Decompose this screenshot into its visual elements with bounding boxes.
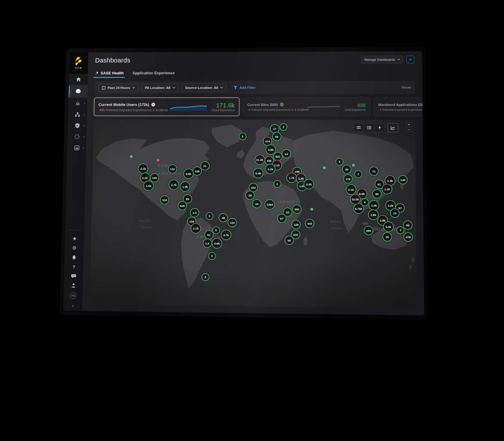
map-cluster[interactable]: 48 (218, 213, 228, 222)
map-cluster[interactable]: 21 (200, 161, 209, 171)
map-cluster[interactable]: 831 (273, 152, 283, 161)
map-cluster[interactable]: 1.7k (286, 172, 297, 183)
map-chart-view-button[interactable] (388, 123, 399, 132)
add-dashboard-button[interactable]: + (406, 56, 414, 63)
map-cluster[interactable]: 3 (239, 132, 246, 140)
kpi-card-sites[interactable]: Current Sites (500) i 4 Potential Degrad… (243, 98, 370, 116)
map-cluster[interactable]: 9 (336, 158, 344, 166)
map-cluster[interactable]: 136 (192, 166, 202, 176)
map-cluster[interactable]: 1364 (264, 199, 275, 210)
map-cluster[interactable]: 25 (383, 232, 392, 242)
map-cluster[interactable]: 549 (178, 201, 187, 210)
map-cluster[interactable]: 2 (354, 170, 362, 178)
add-filter-button[interactable]: Add Filter (234, 86, 255, 90)
map-users-layer-button[interactable] (353, 123, 364, 132)
map-cluster[interactable]: 2.1k (346, 184, 356, 195)
sidebar-item-dashboards[interactable] (69, 85, 87, 98)
map-cluster[interactable]: 90 (372, 189, 382, 198)
map-cluster[interactable]: 1.5k (369, 200, 380, 211)
avatar[interactable]: TS (70, 292, 76, 299)
map-cluster[interactable]: 2.7k (191, 223, 201, 233)
map-cluster[interactable]: 2 (273, 180, 281, 188)
manage-dashboards-button[interactable]: Manage Dashboards (361, 56, 403, 63)
map-cluster[interactable]: 149 (291, 220, 301, 229)
settings-gear-icon[interactable]: ⚙ (72, 246, 76, 251)
map-cluster[interactable]: 1.1k (382, 184, 393, 194)
map-cluster[interactable]: 485 (364, 226, 373, 235)
map-cluster[interactable]: 24 (252, 199, 261, 208)
map-cluster[interactable]: 2 (396, 226, 405, 234)
sidebar-item-incidents[interactable]: › (68, 98, 87, 109)
map-cluster[interactable]: 132 (168, 164, 177, 174)
chat-icon[interactable] (71, 274, 76, 278)
map-cluster[interactable]: 4.6k (212, 238, 222, 249)
zoom-out-button[interactable]: − (406, 127, 412, 132)
kpi-card-applications[interactable]: Monitored Applications (18) i 3 Potentia… (374, 98, 424, 116)
map-cluster[interactable]: 28 (245, 191, 255, 200)
reset-button[interactable]: Reset (402, 86, 411, 89)
map-cluster[interactable]: 1.6k (143, 181, 154, 191)
map-cluster[interactable]: 8 (202, 273, 209, 281)
kpi-card-mobile-users[interactable]: Current Mobile Users (172k) i 400 Potent… (94, 98, 239, 116)
pa-location-dropdown[interactable]: PA Location: All (141, 84, 179, 92)
map-cluster[interactable]: 5 (208, 252, 216, 260)
zoom-in-button[interactable]: + (406, 122, 412, 127)
map-cluster[interactable]: 376 (343, 174, 353, 184)
info-icon[interactable]: i (280, 103, 284, 107)
map-cluster[interactable]: 1.4 (203, 239, 212, 248)
map-cluster[interactable]: 72 (369, 166, 379, 176)
world-map[interactable]: NORTHAMERICASOUTHAMERICAAFRICAASIAOCEANI… (90, 119, 417, 308)
map-cluster[interactable]: 95 (342, 164, 351, 174)
map-location-dot[interactable] (352, 164, 355, 166)
tab-application-experience[interactable]: Application Experience (132, 71, 175, 78)
sidebar-collapse-icon[interactable]: › (72, 303, 74, 308)
map-cluster[interactable]: 1.1k (265, 164, 276, 174)
map-cluster[interactable]: 6.75k (353, 203, 364, 214)
map-cluster[interactable]: 5.4k (253, 168, 264, 178)
map-cluster[interactable]: 6 (212, 226, 220, 234)
map-cluster[interactable]: 2.3 (190, 208, 199, 217)
source-location-dropdown[interactable]: Source Location: All (182, 84, 226, 92)
map-cluster[interactable]: 45 (284, 236, 294, 245)
map-cluster[interactable]: 13 (390, 208, 400, 218)
time-range-dropdown[interactable]: Past 24 Hours (99, 84, 139, 92)
user-icon[interactable] (71, 283, 76, 288)
map-location-dot[interactable] (130, 155, 133, 158)
map-location-dot[interactable] (310, 208, 313, 211)
map-bolt-layer-button[interactable] (374, 123, 385, 132)
sidebar-item-workflows[interactable]: › (68, 131, 87, 142)
map-location-dot[interactable] (157, 159, 159, 162)
map-cluster[interactable]: 8.6k (183, 169, 194, 179)
sidebar-item-network[interactable]: › (68, 109, 87, 120)
map-cluster[interactable]: 1.3k (180, 181, 190, 192)
sidebar-item-security[interactable]: › (68, 120, 87, 131)
map-list-view-button[interactable] (364, 123, 374, 132)
map-cluster[interactable]: 14 (282, 149, 291, 158)
map-cluster[interactable]: 516 (160, 195, 169, 205)
map-cluster[interactable]: 2.7k (169, 179, 179, 190)
tab-sase-health[interactable]: SASE Health (95, 71, 124, 78)
favorites-star-icon[interactable]: ★ (72, 236, 77, 241)
map-cluster[interactable]: 60 (403, 220, 413, 230)
map-cluster[interactable]: 3.2k (304, 179, 314, 189)
sidebar-item-reports[interactable]: › (67, 142, 86, 154)
map-cluster[interactable]: 143 (228, 218, 237, 227)
map-cluster[interactable]: 478 (403, 232, 413, 242)
help-icon[interactable]: ? (72, 265, 75, 269)
map-cluster[interactable]: 105 (150, 173, 159, 182)
map-cluster[interactable]: 3.7k (221, 230, 231, 240)
notifications-bell-icon[interactable] (72, 255, 76, 260)
sidebar-item-home[interactable] (69, 74, 88, 85)
map-cluster[interactable]: 3.2k (383, 221, 394, 232)
info-icon[interactable]: i (151, 102, 155, 106)
map-location-dot[interactable] (323, 166, 325, 169)
map-cluster[interactable]: 49 (272, 132, 281, 141)
map-cluster[interactable]: 2 (279, 123, 287, 131)
map-cluster[interactable]: 97 (277, 214, 286, 223)
map-cluster[interactable]: 651 (292, 205, 302, 214)
brand-logo[interactable]: SCM (69, 52, 88, 74)
map-cluster[interactable]: 2.1k (138, 163, 148, 174)
map-cluster[interactable]: 443 (305, 219, 314, 228)
map-cluster[interactable]: 5 (206, 212, 213, 220)
map-cluster[interactable]: 140 (398, 175, 408, 184)
